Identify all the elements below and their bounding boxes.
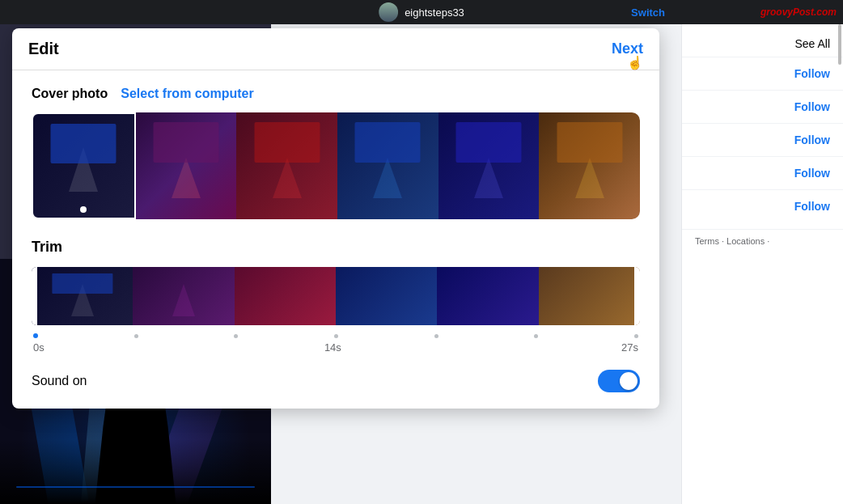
modal-body: Cover photo Select from computer [12,70,659,409]
filmstrip-frame-1[interactable] [32,112,136,219]
trim-frame-1 [32,267,133,325]
see-all-link[interactable]: See All [682,31,843,57]
dot-0 [33,333,38,338]
sound-toggle[interactable] [598,370,640,392]
follow-button-2[interactable]: Follow [682,90,843,123]
sound-label: Sound on [32,374,87,388]
sidebar-footer: Terms · Locations · [682,229,843,252]
select-computer-link[interactable]: Select from computer [121,87,253,101]
follow-button-4[interactable]: Follow [682,156,843,189]
filmstrip-frame-5[interactable] [438,112,540,219]
cover-photo-label: Cover photo [32,87,108,101]
dot-3 [334,334,338,338]
groovy-logo: groovyPost.com [760,6,837,18]
filmstrip-frame-3[interactable] [236,112,337,219]
trim-frame-2 [133,267,234,325]
trim-label: Trim [32,239,640,256]
dot-2 [234,334,238,338]
modal-title: Edit [28,40,59,58]
filmstrip-frame-6[interactable] [539,112,640,219]
filmstrip-frame-2[interactable] [136,112,237,219]
timeline-start: 0s [33,341,44,354]
cover-photo-section: Cover photo Select from computer [32,87,640,219]
cover-photo-header: Cover photo Select from computer [32,87,640,101]
sound-row: Sound on [32,370,640,392]
right-sidebar: See All Follow Follow Follow Follow Foll… [681,24,843,504]
selected-dot [80,206,87,213]
trim-frame-4 [336,267,437,325]
trim-section: Trim [32,239,640,392]
timeline-middle: 14s [324,341,341,354]
follow-button-5[interactable]: Follow [682,189,843,222]
timeline-end: 27s [621,341,638,354]
dot-1 [134,334,138,338]
toggle-knob [620,372,638,390]
follow-button-1[interactable]: Follow [682,57,843,90]
modal-header: Edit Next ☝ [12,28,659,70]
switch-button[interactable]: Switch [631,6,665,19]
avatar [379,2,398,22]
trim-frame-5 [437,267,538,325]
trim-frame-3 [235,267,336,325]
filmstrip-frame-4[interactable] [337,112,438,219]
cover-filmstrip[interactable] [32,112,640,219]
cursor-icon: ☝ [627,55,643,70]
trim-handle-left[interactable] [32,267,37,325]
trim-handle-right[interactable] [634,267,640,325]
dot-4 [434,334,438,338]
trim-strip[interactable] [32,267,640,325]
timeline-labels: 0s 14s 27s [32,341,640,354]
follow-button-3[interactable]: Follow [682,123,843,156]
dot-6 [634,334,638,338]
scrollbar[interactable] [838,24,841,65]
trim-frame-6 [539,267,640,325]
timeline-dots [32,333,640,338]
dot-5 [534,334,538,338]
username: eightsteps33 [405,6,464,19]
modal: Edit Next ☝ Cover photo Select from comp… [12,28,659,409]
